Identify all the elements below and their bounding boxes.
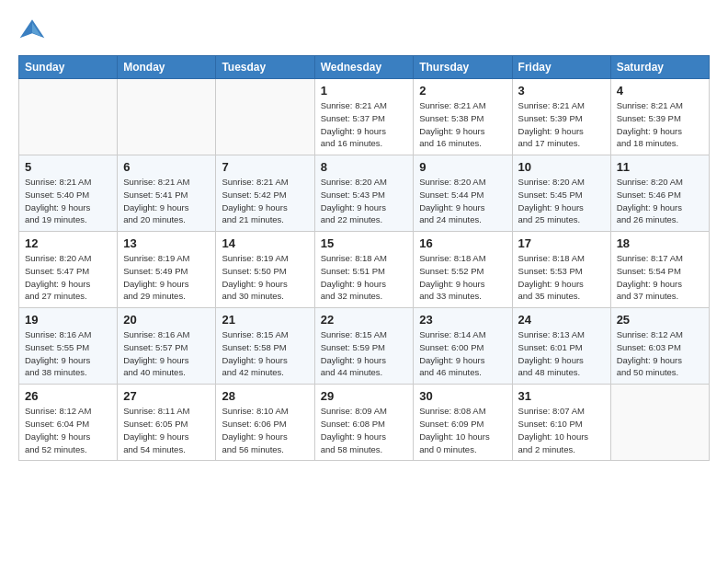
day-number: 5 [25,160,111,174]
day-info: Sunrise: 8:21 AM Sunset: 5:39 PM Dayligh… [518,99,605,150]
day-info: Sunrise: 8:19 AM Sunset: 5:49 PM Dayligh… [123,252,210,303]
day-cell [19,79,118,155]
day-info: Sunrise: 8:21 AM Sunset: 5:38 PM Dayligh… [419,99,506,150]
header-day: Monday [118,56,216,79]
day-cell: 17Sunrise: 8:18 AM Sunset: 5:53 PM Dayli… [512,232,610,308]
day-info: Sunrise: 8:20 AM Sunset: 5:46 PM Dayligh… [617,176,703,226]
week-row: 5Sunrise: 8:21 AM Sunset: 5:40 PM Daylig… [19,155,710,232]
day-info: Sunrise: 8:15 AM Sunset: 5:59 PM Dayligh… [321,328,408,379]
day-info: Sunrise: 8:10 AM Sunset: 6:06 PM Dayligh… [222,405,308,455]
day-info: Sunrise: 8:18 AM Sunset: 5:52 PM Dayligh… [419,252,506,303]
day-info: Sunrise: 8:16 AM Sunset: 5:57 PM Dayligh… [123,328,210,379]
day-number: 2 [419,84,506,98]
header-day: Friday [512,56,610,79]
header-row: SundayMondayTuesdayWednesdayThursdayFrid… [19,56,710,79]
week-row: 19Sunrise: 8:16 AM Sunset: 5:55 PM Dayli… [19,308,710,385]
day-info: Sunrise: 8:21 AM Sunset: 5:41 PM Dayligh… [123,176,210,226]
logo [18,17,50,44]
day-number: 14 [222,236,308,250]
day-cell: 30Sunrise: 8:08 AM Sunset: 6:09 PM Dayli… [414,385,512,461]
day-number: 16 [419,236,506,250]
day-number: 20 [123,313,210,327]
day-cell: 18Sunrise: 8:17 AM Sunset: 5:54 PM Dayli… [610,232,709,308]
day-cell: 1Sunrise: 8:21 AM Sunset: 5:37 PM Daylig… [314,79,414,155]
day-cell: 13Sunrise: 8:19 AM Sunset: 5:49 PM Dayli… [118,232,216,308]
day-info: Sunrise: 8:13 AM Sunset: 6:01 PM Dayligh… [518,328,605,379]
day-number: 19 [25,313,111,327]
header-day: Saturday [610,56,709,79]
week-row: 26Sunrise: 8:12 AM Sunset: 6:04 PM Dayli… [19,385,710,461]
day-number: 12 [25,236,111,250]
day-info: Sunrise: 8:18 AM Sunset: 5:53 PM Dayligh… [518,252,605,303]
day-cell: 28Sunrise: 8:10 AM Sunset: 6:06 PM Dayli… [216,385,314,461]
day-info: Sunrise: 8:18 AM Sunset: 5:51 PM Dayligh… [321,252,408,303]
week-row: 1Sunrise: 8:21 AM Sunset: 5:37 PM Daylig… [19,79,710,155]
day-number: 30 [419,389,506,403]
header-day: Thursday [414,56,512,79]
day-info: Sunrise: 8:19 AM Sunset: 5:50 PM Dayligh… [222,252,308,303]
day-number: 28 [222,389,308,403]
day-cell: 31Sunrise: 8:07 AM Sunset: 6:10 PM Dayli… [512,385,610,461]
day-cell: 2Sunrise: 8:21 AM Sunset: 5:38 PM Daylig… [414,79,512,155]
day-number: 11 [617,160,703,174]
day-cell: 25Sunrise: 8:12 AM Sunset: 6:03 PM Dayli… [610,308,709,385]
day-cell: 9Sunrise: 8:20 AM Sunset: 5:44 PM Daylig… [414,155,512,232]
day-number: 27 [123,389,210,403]
header-day: Sunday [19,56,118,79]
day-number: 24 [518,313,605,327]
day-cell: 23Sunrise: 8:14 AM Sunset: 6:00 PM Dayli… [414,308,512,385]
day-number: 21 [222,313,308,327]
day-cell: 29Sunrise: 8:09 AM Sunset: 6:08 PM Dayli… [314,385,414,461]
day-number: 13 [123,236,210,250]
week-row: 12Sunrise: 8:20 AM Sunset: 5:47 PM Dayli… [19,232,710,308]
page: SundayMondayTuesdayWednesdayThursdayFrid… [0,0,728,479]
day-number: 3 [518,84,605,98]
day-info: Sunrise: 8:07 AM Sunset: 6:10 PM Dayligh… [518,405,605,455]
day-number: 17 [518,236,605,250]
day-info: Sunrise: 8:20 AM Sunset: 5:47 PM Dayligh… [25,252,111,303]
day-cell [216,79,314,155]
day-info: Sunrise: 8:20 AM Sunset: 5:45 PM Dayligh… [518,176,605,226]
day-cell: 4Sunrise: 8:21 AM Sunset: 5:39 PM Daylig… [610,79,709,155]
day-cell: 24Sunrise: 8:13 AM Sunset: 6:01 PM Dayli… [512,308,610,385]
day-cell [118,79,216,155]
calendar-body: 1Sunrise: 8:21 AM Sunset: 5:37 PM Daylig… [19,79,710,461]
day-number: 15 [321,236,408,250]
day-cell: 7Sunrise: 8:21 AM Sunset: 5:42 PM Daylig… [216,155,314,232]
day-number: 25 [617,313,703,327]
day-cell: 12Sunrise: 8:20 AM Sunset: 5:47 PM Dayli… [19,232,118,308]
day-cell: 20Sunrise: 8:16 AM Sunset: 5:57 PM Dayli… [118,308,216,385]
day-number: 7 [222,160,308,174]
day-info: Sunrise: 8:20 AM Sunset: 5:43 PM Dayligh… [321,176,408,226]
day-info: Sunrise: 8:14 AM Sunset: 6:00 PM Dayligh… [419,328,506,379]
day-cell: 21Sunrise: 8:15 AM Sunset: 5:58 PM Dayli… [216,308,314,385]
day-cell: 22Sunrise: 8:15 AM Sunset: 5:59 PM Dayli… [314,308,414,385]
day-cell: 5Sunrise: 8:21 AM Sunset: 5:40 PM Daylig… [19,155,118,232]
day-info: Sunrise: 8:12 AM Sunset: 6:04 PM Dayligh… [25,405,111,455]
day-number: 22 [321,313,408,327]
day-info: Sunrise: 8:08 AM Sunset: 6:09 PM Dayligh… [419,405,506,455]
calendar-header: SundayMondayTuesdayWednesdayThursdayFrid… [19,56,710,79]
header [18,17,710,44]
day-number: 4 [617,84,703,98]
day-info: Sunrise: 8:21 AM Sunset: 5:42 PM Dayligh… [222,176,308,226]
day-info: Sunrise: 8:09 AM Sunset: 6:08 PM Dayligh… [321,405,408,455]
day-info: Sunrise: 8:21 AM Sunset: 5:39 PM Dayligh… [617,99,703,150]
day-cell [610,385,709,461]
day-number: 18 [617,236,703,250]
day-cell: 6Sunrise: 8:21 AM Sunset: 5:41 PM Daylig… [118,155,216,232]
day-cell: 15Sunrise: 8:18 AM Sunset: 5:51 PM Dayli… [314,232,414,308]
day-info: Sunrise: 8:21 AM Sunset: 5:37 PM Dayligh… [321,99,408,150]
day-cell: 10Sunrise: 8:20 AM Sunset: 5:45 PM Dayli… [512,155,610,232]
day-number: 9 [419,160,506,174]
day-info: Sunrise: 8:21 AM Sunset: 5:40 PM Dayligh… [25,176,111,226]
day-cell: 14Sunrise: 8:19 AM Sunset: 5:50 PM Dayli… [216,232,314,308]
day-cell: 16Sunrise: 8:18 AM Sunset: 5:52 PM Dayli… [414,232,512,308]
day-number: 1 [321,84,408,98]
day-info: Sunrise: 8:17 AM Sunset: 5:54 PM Dayligh… [617,252,703,303]
day-cell: 19Sunrise: 8:16 AM Sunset: 5:55 PM Dayli… [19,308,118,385]
day-info: Sunrise: 8:11 AM Sunset: 6:05 PM Dayligh… [123,405,210,455]
day-number: 10 [518,160,605,174]
day-number: 31 [518,389,605,403]
logo-icon [18,17,46,44]
